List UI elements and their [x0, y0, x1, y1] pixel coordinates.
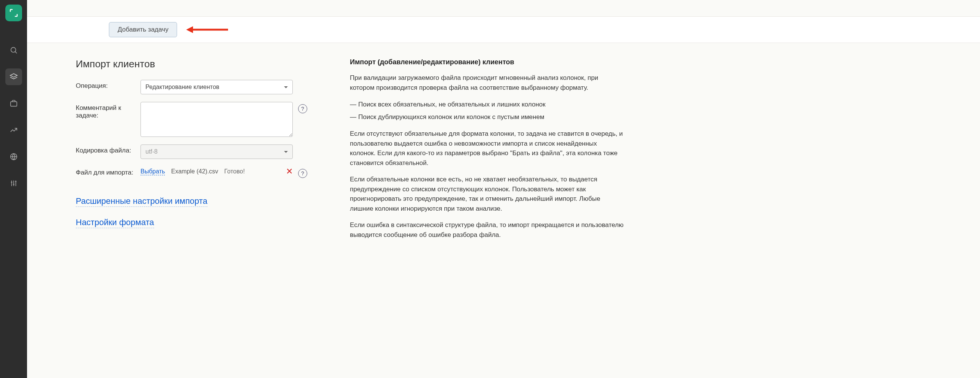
advanced-settings-link[interactable]: Расширенные настройки импорта — [76, 196, 207, 207]
help-paragraph: Если отсутствуют обязательные для формат… — [350, 129, 624, 168]
file-label: Файл для импорта: — [76, 167, 140, 176]
toolbar: Добавить задачу — [27, 17, 980, 43]
comment-label: Комментарий к задаче: — [76, 102, 140, 119]
briefcase-nav-icon[interactable] — [5, 95, 22, 112]
help-paragraph: Если ошибка в синтаксической структуре ф… — [350, 220, 624, 240]
page-title: Импорт клиентов — [76, 58, 319, 70]
encoding-value: utf-8 — [145, 148, 158, 155]
chevron-down-icon — [284, 151, 288, 153]
help-paragraph: Если обязательные колонки все есть, но н… — [350, 175, 624, 213]
help-title: Импорт (добавление/редактирование) клиен… — [350, 58, 624, 66]
chevron-down-icon — [284, 86, 288, 88]
topbar — [27, 0, 980, 17]
help-panel: Импорт (добавление/редактирование) клиен… — [350, 58, 624, 246]
file-status: Готово! — [224, 168, 245, 175]
add-task-button[interactable]: Добавить задачу — [109, 22, 177, 37]
globe-nav-icon[interactable] — [5, 148, 22, 165]
format-settings-link[interactable]: Настройки формата — [76, 218, 154, 228]
file-remove-icon[interactable]: ✕ — [286, 167, 293, 176]
help-list-item: Поиск дублирующихся колонок или колонок … — [350, 112, 624, 122]
operation-value: Редактирование клиентов — [145, 84, 219, 91]
file-choose-link[interactable]: Выбрать — [140, 168, 165, 175]
layers-nav-icon[interactable] — [5, 68, 22, 85]
encoding-label: Кодировка файла: — [76, 145, 140, 154]
operation-select[interactable]: Редактирование клиентов — [140, 80, 293, 94]
comment-input[interactable] — [140, 102, 293, 137]
trending-nav-icon[interactable] — [5, 122, 22, 138]
help-icon-comment[interactable]: ? — [298, 104, 307, 113]
help-list-item: Поиск всех обязательных, не обязательных… — [350, 99, 624, 110]
annotation-arrow — [186, 24, 228, 35]
search-nav-icon[interactable] — [5, 42, 22, 59]
sliders-nav-icon[interactable] — [5, 175, 22, 192]
help-paragraph: При валидации загружаемого файла происхо… — [350, 73, 624, 92]
logo[interactable] — [5, 5, 22, 21]
svg-marker-13 — [186, 26, 193, 33]
file-name: Example (42).csv — [171, 168, 218, 175]
encoding-select: utf-8 — [140, 145, 293, 159]
sidebar — [0, 0, 27, 378]
svg-line-1 — [15, 52, 17, 54]
help-icon-file[interactable]: ? — [298, 169, 307, 178]
operation-label: Операция: — [76, 80, 140, 90]
svg-rect-3 — [10, 102, 17, 106]
svg-point-0 — [11, 48, 16, 52]
svg-marker-2 — [10, 74, 17, 77]
